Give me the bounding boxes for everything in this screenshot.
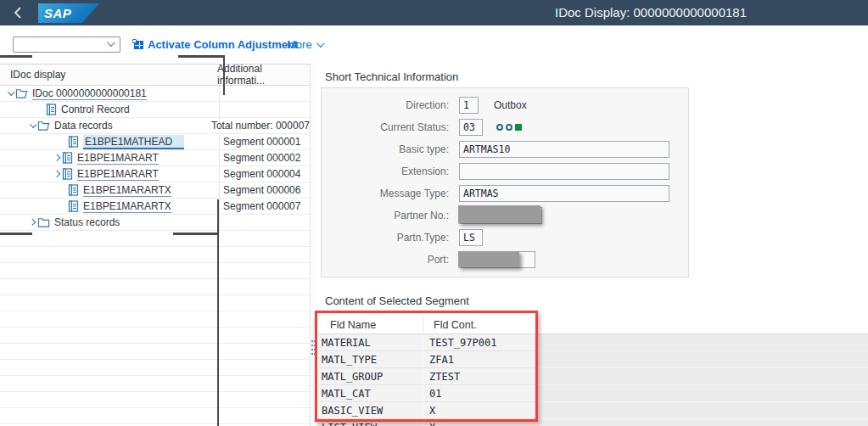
tree-collapse-icon[interactable] (5, 91, 15, 96)
tree-item-segment-link-selected[interactable]: E1BPE1MATHEAD (83, 135, 184, 149)
back-chevron-icon (14, 6, 22, 20)
basic-type-field[interactable]: ARTMAS10 (459, 141, 669, 158)
annotation-line (223, 55, 225, 95)
tree-collapse-icon[interactable] (27, 123, 37, 128)
tree-row-segment-marartx-1[interactable]: E1BPE1MARARTX Segment 000006 (0, 182, 310, 199)
sap-logo-text: SAP (44, 6, 71, 20)
tree-item-segment-link[interactable]: E1BPE1MARART (77, 168, 159, 181)
partner-no-label: Partner No.: (322, 210, 449, 221)
tree-row-segment-marart-1[interactable]: E1BPE1MARART Segment 000002 (0, 150, 310, 166)
activate-column-icon (132, 39, 143, 49)
tree-item-control-record[interactable]: Control Record (61, 104, 130, 115)
basic-type-label: Basic type: (322, 143, 449, 155)
red-annotation-rectangle (315, 311, 538, 422)
more-caret-icon (316, 39, 325, 48)
tree-item-segment-link[interactable]: E1BPE1MARARTX (83, 184, 171, 197)
current-status-label: Current Status: (322, 121, 449, 133)
extension-label: Extension: (322, 165, 449, 177)
folder-open-icon (15, 87, 28, 99)
tree-row-segment-number: Segment 000006 (219, 184, 300, 196)
document-icon (68, 136, 79, 148)
tree-row-segment-number: Segment 000002 (219, 152, 300, 164)
content-of-selected-segment-title: Content of Selected Segment (325, 294, 469, 307)
tree-row-segment-number: Segment 000001 (219, 136, 300, 148)
annotation-line (0, 55, 32, 58)
tree-row-segment-marart-2[interactable]: E1BPE1MARART Segment 000004 (0, 166, 310, 182)
document-icon (68, 184, 79, 196)
tree-row-segment-mathead[interactable]: E1BPE1MATHEAD Segment 000001 (0, 134, 310, 150)
message-type-field[interactable]: ARTMAS (459, 185, 669, 202)
tree-item-idoc-number[interactable]: IDoc 0000000000000181 (32, 87, 147, 100)
idoc-tree-panel: IDoc display Additional informati... IDo… (0, 64, 311, 426)
sap-logo: SAP (38, 3, 99, 23)
annotation-line (173, 233, 219, 235)
port-label: Port: (322, 254, 449, 266)
shell-header: SAP IDoc Display: 0000000000000181 (0, 0, 868, 25)
tree-expand-icon[interactable] (52, 171, 62, 177)
folder-open-icon (37, 120, 50, 132)
more-button[interactable]: More (287, 35, 322, 53)
combobox-caret-icon (107, 38, 115, 47)
document-icon (68, 200, 79, 212)
tree-item-status-records[interactable]: Status records (54, 216, 120, 228)
tree-item-segment-link[interactable]: E1BPE1MARART (77, 152, 159, 165)
tree-row-segment-number: Segment 000004 (219, 168, 300, 180)
tree-row-status-records[interactable]: Status records (0, 215, 310, 231)
document-icon (62, 152, 73, 164)
direction-field[interactable]: 1 (459, 97, 479, 114)
current-status-field[interactable]: 03 (459, 119, 483, 136)
back-button[interactable] (8, 3, 27, 22)
page-title: IDoc Display: 0000000000000181 (555, 5, 747, 20)
tree-row-idoc-root[interactable]: IDoc 0000000000000181 (0, 86, 310, 102)
transaction-combobox[interactable] (13, 36, 120, 53)
short-technical-information-title: Short Technical Information (325, 70, 458, 83)
tree-expand-icon[interactable] (52, 155, 62, 160)
extension-field[interactable] (459, 163, 669, 180)
status-lights-icon (496, 124, 522, 131)
partner-type-field[interactable]: LS (459, 229, 483, 246)
partner-no-redaction (458, 205, 540, 223)
document-icon (62, 168, 73, 180)
sap-idoc-display-window: SAP IDoc Display: 0000000000000181 Activ… (0, 0, 868, 426)
activate-column-adjustment-button[interactable]: Activate Column Adjustment (132, 35, 298, 53)
tree-empty-rows (0, 231, 310, 426)
tree-header-row: IDoc display Additional informati... (0, 64, 310, 86)
port-redaction (458, 251, 519, 267)
direction-text: Outbox (494, 99, 527, 111)
tree-row-data-records[interactable]: Data records Total number: 000007 (0, 118, 310, 134)
more-label: More (287, 38, 312, 51)
tree-row-segment-number: Segment 000007 (219, 200, 300, 212)
direction-label: Direction: (322, 99, 449, 111)
tree-col2-header: Additional informati... (213, 63, 310, 87)
tree-item-segment-link[interactable]: E1BPE1MARARTX (83, 200, 171, 213)
annotation-line (178, 55, 225, 58)
short-technical-information-box: Direction: 1 Outbox Current Status: 03 B… (321, 87, 689, 277)
folder-closed-icon (37, 216, 50, 228)
document-icon (46, 104, 57, 115)
partner-type-label: Partn.Type: (322, 232, 449, 244)
tree-expand-icon[interactable] (27, 220, 37, 225)
tree-row-control-record[interactable]: Control Record (0, 102, 310, 118)
tree-item-data-records[interactable]: Data records (54, 120, 113, 132)
tree-row-total-number: Total number: 000007 (207, 120, 310, 132)
activate-column-adjustment-label: Activate Column Adjustment (148, 38, 298, 51)
toolbar: Activate Column Adjustment More (0, 25, 868, 64)
annotation-line (0, 233, 32, 235)
tree-col1-header: IDoc display (0, 69, 213, 81)
tree-row-segment-marartx-2[interactable]: E1BPE1MARARTX Segment 000007 (0, 199, 310, 215)
message-type-label: Message Type: (322, 188, 449, 199)
